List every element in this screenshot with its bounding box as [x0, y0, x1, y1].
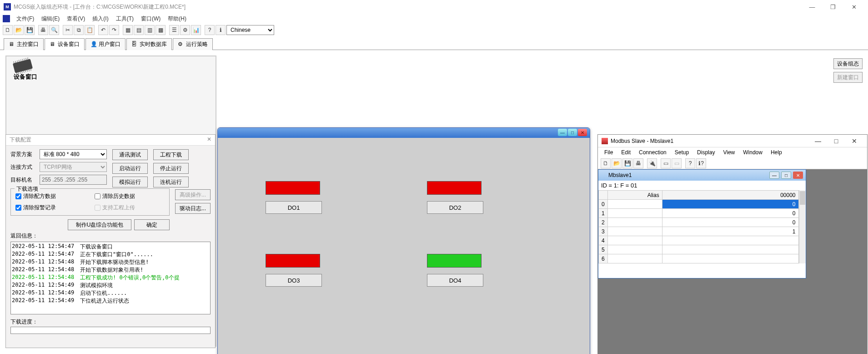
- do-button[interactable]: DO3: [266, 274, 322, 287]
- tab-0[interactable]: 🖥主控窗口: [4, 38, 44, 50]
- save-icon[interactable]: 💾: [25, 25, 35, 35]
- mb-value-cell[interactable]: 0: [662, 200, 798, 209]
- mb-alias-cell[interactable]: [607, 200, 662, 209]
- menu-item[interactable]: 查看(V): [63, 15, 89, 23]
- mb-row[interactable]: 3 1: [599, 227, 799, 236]
- tab-3[interactable]: 🗄实时数据库: [126, 38, 172, 50]
- advanced-button[interactable]: 高级操作...: [175, 189, 211, 200]
- mb-value-cell[interactable]: [662, 236, 798, 245]
- mb-menu-item[interactable]: Display: [693, 148, 718, 157]
- download-log[interactable]: 2022-05-11 12:54:47下载设备窗口2022-05-11 12:5…: [10, 242, 211, 314]
- mb-open-icon[interactable]: 📂: [612, 158, 622, 168]
- sim-run-button[interactable]: 模拟运行: [112, 177, 148, 187]
- sim-minimize-button[interactable]: —: [558, 129, 567, 136]
- clear-alarm-checkbox[interactable]: 清除报警记录: [15, 204, 85, 212]
- menu-item[interactable]: 帮助(H): [164, 15, 190, 23]
- mb-scrollbar[interactable]: [799, 190, 806, 263]
- mb-menu-item[interactable]: Help: [767, 148, 786, 157]
- mb-value-cell[interactable]: [662, 254, 798, 263]
- make-usb-button[interactable]: 制作U盘综合功能包: [68, 219, 131, 230]
- tool7-icon[interactable]: 📊: [191, 25, 201, 35]
- mb-child-close-button[interactable]: ✕: [793, 172, 803, 179]
- mb-child-minimize-button[interactable]: —: [769, 172, 779, 179]
- tool1-icon[interactable]: ▦: [123, 25, 133, 35]
- mb-save-icon[interactable]: 💾: [622, 158, 632, 168]
- mb-menu-item[interactable]: Setup: [671, 148, 692, 157]
- conn-select[interactable]: TCP/IP网络: [40, 162, 107, 172]
- stop-run-button[interactable]: 停止运行: [153, 163, 189, 174]
- preview-icon[interactable]: 🔍: [49, 25, 59, 35]
- target-input[interactable]: [40, 175, 107, 185]
- redo-icon[interactable]: ↷: [109, 25, 119, 35]
- tool2-icon[interactable]: ▤: [134, 25, 144, 35]
- mb-setup-icon[interactable]: ▭: [661, 158, 671, 168]
- mb-menu-item[interactable]: Edit: [617, 148, 634, 157]
- ok-button[interactable]: 确定: [134, 219, 170, 230]
- print-icon[interactable]: 🖶: [38, 25, 48, 35]
- do-button[interactable]: DO4: [427, 274, 483, 287]
- copy-icon[interactable]: ⧉: [74, 25, 84, 35]
- mb-menu-item[interactable]: Connection: [635, 148, 670, 157]
- mb-menu-item[interactable]: View: [719, 148, 738, 157]
- tool4-icon[interactable]: ▩: [156, 25, 166, 35]
- mb-menu-item[interactable]: File: [601, 148, 617, 157]
- mb-child-maximize-button[interactable]: □: [781, 172, 791, 179]
- clear-recipe-checkbox[interactable]: 清除配方数据: [15, 192, 85, 200]
- modbus-maximize-button[interactable]: □: [827, 137, 845, 145]
- modbus-minimize-button[interactable]: —: [809, 137, 827, 145]
- mb-alias-cell[interactable]: [607, 227, 662, 236]
- clear-history-checkbox[interactable]: 清除历史数据: [95, 192, 165, 200]
- tool5-icon[interactable]: ☰: [169, 25, 179, 35]
- minimize-button[interactable]: —: [802, 0, 823, 14]
- menu-item[interactable]: 文件(F): [13, 15, 38, 23]
- tool3-icon[interactable]: ▥: [145, 25, 155, 35]
- close-button[interactable]: ✕: [843, 0, 864, 14]
- whatsthis-icon[interactable]: ℹ: [216, 25, 226, 35]
- menu-item[interactable]: 窗口(W): [137, 15, 164, 23]
- comm-test-button[interactable]: 通讯测试: [112, 149, 148, 160]
- menu-item[interactable]: 插入(I): [89, 15, 112, 23]
- driver-log-button[interactable]: 驱动日志...: [175, 203, 211, 214]
- mb-value-cell[interactable]: 0: [662, 209, 798, 218]
- new-window-button[interactable]: 新建窗口: [833, 72, 863, 83]
- online-run-button[interactable]: 连机运行: [153, 177, 189, 187]
- mb-new-icon[interactable]: 🗋: [601, 158, 611, 168]
- mb-menu-item[interactable]: Window: [739, 148, 766, 157]
- mb-row[interactable]: 5: [599, 245, 799, 254]
- new-icon[interactable]: 🗋: [3, 25, 13, 35]
- mb-connect-icon[interactable]: 🔌: [647, 158, 657, 168]
- menu-item[interactable]: 工具(T): [112, 15, 137, 23]
- cut-icon[interactable]: ✂: [63, 25, 73, 35]
- mb-row[interactable]: 2 0: [599, 218, 799, 227]
- mb-help-icon[interactable]: ?: [685, 158, 695, 168]
- paste-icon[interactable]: 📋: [85, 25, 95, 35]
- mb-value-cell[interactable]: 0: [662, 218, 798, 227]
- sim-maximize-button[interactable]: □: [568, 129, 577, 136]
- do-button[interactable]: DO2: [427, 201, 483, 214]
- project-download-button[interactable]: 工程下载: [153, 149, 189, 160]
- mb-row[interactable]: 4: [599, 236, 799, 245]
- mb-alias-cell[interactable]: [607, 218, 662, 227]
- mb-display-icon[interactable]: ▭: [672, 158, 682, 168]
- device-config-button[interactable]: 设备组态: [833, 58, 863, 69]
- open-icon[interactable]: 📂: [14, 25, 24, 35]
- modbus-close-button[interactable]: ✕: [845, 137, 863, 145]
- menu-item[interactable]: 编辑(E): [38, 15, 63, 23]
- mb-value-cell[interactable]: [662, 245, 798, 254]
- mb-whatsthis-icon[interactable]: ℹ?: [696, 158, 706, 168]
- sim-close-button[interactable]: ✕: [578, 129, 587, 136]
- download-config-close-icon[interactable]: ✕: [207, 136, 211, 144]
- start-run-button[interactable]: 启动运行: [112, 163, 148, 174]
- tool6-icon[interactable]: ⚙: [180, 25, 190, 35]
- mb-value-cell[interactable]: 1: [662, 227, 798, 236]
- tab-2[interactable]: 👤用户窗口: [85, 38, 125, 50]
- maximize-button[interactable]: ❐: [823, 0, 843, 14]
- undo-icon[interactable]: ↶: [98, 25, 108, 35]
- tab-1[interactable]: 🖥设备窗口: [45, 38, 85, 50]
- mb-alias-cell[interactable]: [607, 236, 662, 245]
- mb-print-icon[interactable]: 🖶: [633, 158, 643, 168]
- mb-alias-cell[interactable]: [607, 209, 662, 218]
- language-select[interactable]: Chinese: [226, 25, 274, 35]
- mb-alias-cell[interactable]: [607, 254, 662, 263]
- mb-row[interactable]: 1 0: [599, 209, 799, 218]
